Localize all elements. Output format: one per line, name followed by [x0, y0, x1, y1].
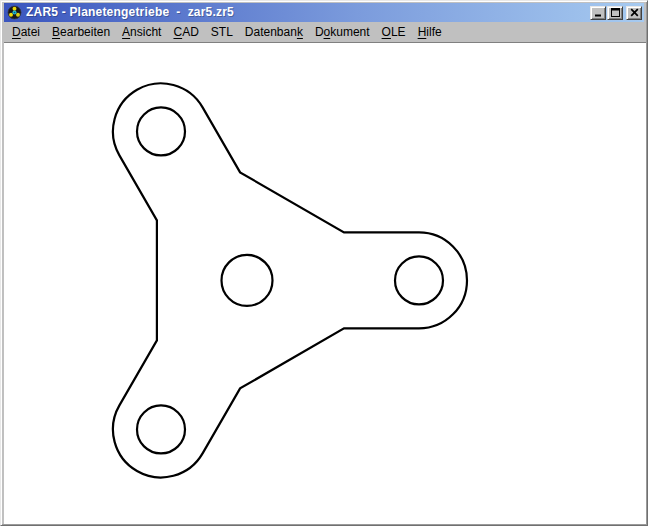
- close-icon: [630, 8, 639, 17]
- close-button[interactable]: [626, 6, 642, 20]
- maximize-icon: [611, 8, 620, 17]
- planet-bore-3: [137, 107, 185, 155]
- planetary-gear-icon[interactable]: [7, 5, 23, 20]
- drawing-area: [4, 42, 646, 524]
- menu-item-hilfe[interactable]: Hilfe: [412, 23, 448, 42]
- cad-drawing-canvas: [4, 43, 646, 524]
- app-window: ZAR5 - Planetengetriebe - zar5.zr5 Datei…: [0, 0, 648, 526]
- planet-bore-2: [137, 405, 185, 453]
- menu-bar: DateiBearbeitenAnsichtCADSTLDatenbankDok…: [4, 22, 644, 42]
- menu-item-datei[interactable]: Datei: [6, 23, 46, 42]
- center-bore: [222, 255, 273, 306]
- window-title: ZAR5 - Planetengetriebe - zar5.zr5: [26, 3, 590, 22]
- menu-item-cad[interactable]: CAD: [167, 23, 204, 42]
- title-bar[interactable]: ZAR5 - Planetengetriebe - zar5.zr5: [4, 3, 644, 22]
- menu-item-stl[interactable]: STL: [205, 23, 239, 42]
- minimize-icon: [594, 8, 603, 17]
- planet-bore-1: [395, 256, 443, 304]
- menu-item-bearbeiten[interactable]: Bearbeiten: [46, 23, 116, 42]
- menu-item-ansicht[interactable]: Ansicht: [116, 23, 167, 42]
- maximize-button[interactable]: [607, 6, 623, 20]
- menu-item-ole[interactable]: OLE: [376, 23, 412, 42]
- window-controls: [590, 6, 642, 20]
- menu-item-dokument[interactable]: Dokument: [309, 23, 376, 42]
- menu-item-datenbank[interactable]: Datenbank: [239, 23, 309, 42]
- planet-carrier-outline: [113, 83, 467, 477]
- minimize-button[interactable]: [590, 6, 606, 20]
